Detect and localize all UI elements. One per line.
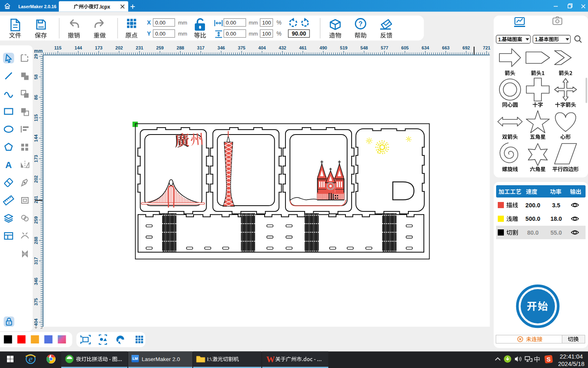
svg-text:605: 605 [401,45,409,50]
svg-text:202: 202 [33,175,38,183]
svg-text:mm: mm [178,20,187,26]
svg-text:18.0: 18.0 [550,215,562,222]
svg-text:LM: LM [133,357,138,361]
svg-text:Y: Y [147,30,151,37]
svg-text:259: 259 [33,216,38,224]
svg-text:W: W [266,355,275,364]
svg-text:346: 346 [33,278,38,285]
svg-text:mm: mm [178,31,187,37]
svg-text:346: 346 [218,45,225,50]
svg-text:90.00: 90.00 [292,30,306,37]
svg-text:432: 432 [279,45,286,50]
svg-text:634: 634 [422,45,430,50]
svg-text:%: % [276,30,281,37]
svg-text:%: % [276,19,281,26]
svg-text:LaserMaker 2.0.16: LaserMaker 2.0.16 [18,4,56,9]
svg-text:58: 58 [33,74,38,79]
svg-text:100: 100 [262,20,271,26]
svg-text:288: 288 [177,45,184,50]
svg-text:mm: mm [249,20,258,26]
svg-text:1.: 1. [535,37,539,43]
svg-text:80.0: 80.0 [527,229,539,236]
svg-text:0.00: 0.00 [226,20,236,26]
svg-text:0.00: 0.00 [226,31,236,37]
svg-text:202: 202 [116,45,123,50]
svg-text:29: 29 [33,54,38,59]
svg-text:115: 115 [33,114,38,121]
svg-text:288: 288 [33,237,38,244]
svg-text:I:\: I:\ [207,356,212,362]
svg-text:86: 86 [33,95,38,100]
svg-text:173: 173 [33,155,38,162]
svg-text:115: 115 [54,45,62,50]
svg-text:317: 317 [197,45,205,50]
svg-text:X: X [147,19,151,26]
svg-text:404: 404 [33,318,38,326]
svg-text:692: 692 [463,45,470,50]
svg-text:LaserMaker 2.0: LaserMaker 2.0 [142,356,180,362]
svg-text:mm: mm [249,31,258,37]
svg-text:144: 144 [33,134,38,142]
svg-text:461: 461 [299,45,307,50]
svg-text:663: 663 [442,45,450,50]
svg-text:721: 721 [483,45,490,50]
svg-text:577: 577 [381,45,388,50]
svg-text:?: ? [359,20,363,27]
svg-text:259: 259 [156,45,164,50]
svg-text:S: S [546,356,550,363]
svg-text:173: 173 [95,45,102,50]
svg-text:317: 317 [33,257,38,265]
svg-text:2024/5/18: 2024/5/18 [558,361,585,367]
svg-text:500.0: 500.0 [526,215,540,222]
svg-text:200.0: 200.0 [526,202,540,209]
svg-text:144: 144 [75,45,82,50]
svg-text:100: 100 [262,31,271,37]
svg-text:mm: mm [34,48,42,54]
svg-text:231: 231 [33,196,38,203]
svg-text:A: A [5,160,12,170]
svg-text:3.5: 3.5 [552,202,560,209]
svg-text:1.: 1. [498,37,502,43]
svg-text:231: 231 [136,45,143,50]
svg-text:519: 519 [340,45,347,50]
svg-text:375: 375 [238,45,245,50]
svg-text:0.00: 0.00 [155,20,165,26]
svg-text:55.0: 55.0 [550,229,562,236]
svg-text:490: 490 [320,45,327,50]
svg-text:375: 375 [33,298,38,305]
svg-text:548: 548 [361,45,368,50]
svg-text:404: 404 [258,45,266,50]
svg-text:0.00: 0.00 [155,31,165,37]
svg-text:.lcpx: .lcpx [99,4,110,10]
svg-text:22:41:04: 22:41:04 [560,353,583,360]
